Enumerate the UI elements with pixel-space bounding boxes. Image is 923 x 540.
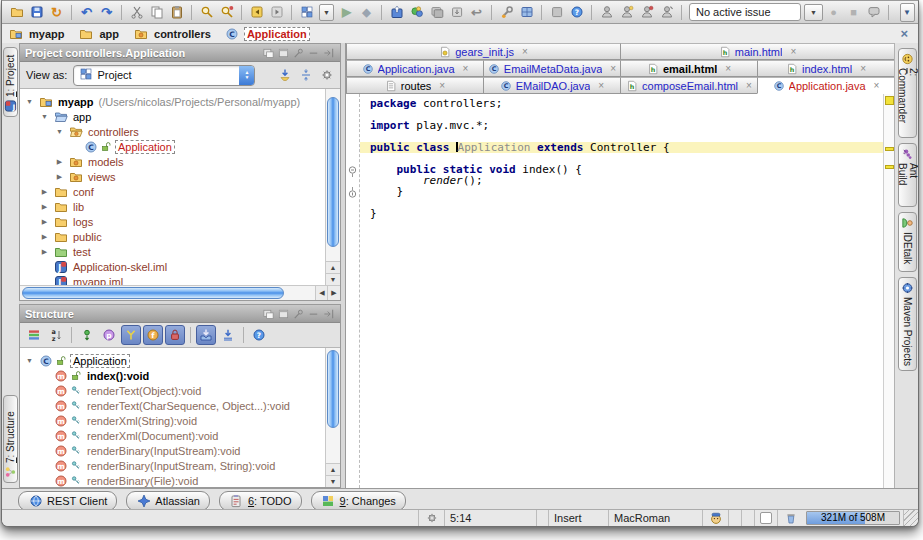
scrollbar-thumb[interactable] — [327, 350, 339, 428]
tree-expander[interactable]: ▶ — [54, 173, 65, 181]
autoscroll-to-source-button[interactable] — [196, 325, 216, 345]
breadcrumb-item-app[interactable]: app — [78, 26, 121, 41]
toolwindow-button-atlassian[interactable]: Atlassian — [126, 491, 210, 511]
scrollbar-thumb[interactable] — [327, 97, 339, 247]
structure-tree-item-rendertext-object-void[interactable]: mrenderText(Object):void — [20, 383, 340, 398]
update-button[interactable] — [447, 3, 466, 22]
undo-button[interactable]: ↶ — [77, 3, 96, 22]
project-tree-item-test[interactable]: ▶test — [20, 244, 340, 259]
paste-button[interactable] — [167, 3, 186, 22]
project-float-window-button[interactable] — [262, 46, 275, 59]
find-button[interactable] — [197, 3, 216, 22]
view-as-select[interactable]: Project ▲▼ — [73, 65, 255, 86]
editor-tab-gears-init-js[interactable]: gears_init.js× — [346, 43, 621, 60]
structure-tree-item-renderxml-document-void[interactable]: mrenderXml(Document):void — [20, 428, 340, 443]
error-stripe-mark-1[interactable] — [885, 96, 894, 105]
project-structure-button[interactable] — [517, 3, 536, 22]
insert-mode-indicator[interactable]: Insert — [548, 510, 608, 526]
scroll-down-arrow[interactable]: ▼ — [326, 273, 340, 285]
editor-tab-email-html[interactable]: hemail.html× — [620, 60, 758, 77]
editor-tab-emailmetadata-java[interactable]: CEmailMetaData.java× — [483, 60, 621, 77]
tab-close-icon[interactable]: × — [874, 80, 880, 91]
tab-close-icon[interactable]: × — [610, 63, 616, 74]
tree-expander[interactable]: ▶ — [54, 158, 65, 166]
build-button[interactable] — [407, 3, 426, 22]
tab-close-icon[interactable]: × — [790, 46, 796, 57]
fold-marker-open[interactable] — [348, 163, 357, 181]
person-star-button[interactable] — [617, 3, 636, 22]
breadcrumb-item-myapp[interactable]: myapp — [8, 26, 66, 41]
export-button[interactable] — [387, 3, 406, 22]
structure-tree-item-renderbinary-inputstream-string-void[interactable]: mrenderBinary(InputStream, String):void — [20, 458, 340, 473]
structure-minimize-button[interactable] — [307, 307, 320, 320]
close-icon[interactable]: × — [896, 27, 912, 40]
show-inherited-members-button[interactable] — [121, 325, 141, 345]
commit-button[interactable] — [427, 3, 446, 22]
project-tree-item-application[interactable]: CApplication — [20, 139, 340, 154]
project-tree-item-views[interactable]: ▶views — [20, 169, 340, 184]
project-tree-item-myapp-iml[interactable]: Jmyapp.iml — [20, 274, 340, 285]
open-folder-button[interactable] — [7, 3, 26, 22]
project-minimize-button[interactable] — [307, 46, 320, 59]
project-settings-gear-button[interactable] — [319, 68, 334, 83]
run-config-grid-button[interactable] — [297, 3, 316, 22]
feedback-bubble-button[interactable] — [864, 3, 883, 22]
breadcrumb-item-controllers[interactable]: controllers — [133, 26, 213, 41]
active-issue-dropdown-button[interactable]: ▼ — [804, 3, 823, 22]
help-button[interactable]: ? — [249, 325, 269, 345]
resize-grip[interactable] — [903, 510, 918, 526]
select-stepper[interactable]: ▲▼ — [239, 66, 254, 85]
show-properties-button[interactable]: p — [99, 325, 119, 345]
settings-wrench-button[interactable] — [497, 3, 516, 22]
run-button[interactable]: ▶ — [337, 3, 356, 22]
project-tree-item-application-skel-iml[interactable]: JApplication-skel.iml — [20, 259, 340, 274]
find-usages-button[interactable] — [217, 3, 236, 22]
file-encoding-indicator[interactable]: MacRoman — [608, 510, 702, 526]
editor-tab-emaildao-java[interactable]: CEMailDAO.java× — [483, 77, 621, 94]
toolwindow-tab-maven-projects[interactable]: Maven Projects — [898, 277, 917, 371]
project-window-mode-button[interactable] — [277, 46, 290, 59]
save-all-button[interactable] — [547, 3, 566, 22]
toolwindow-button-rest-client[interactable]: REST Client — [18, 491, 117, 511]
error-stripe-mark-3[interactable] — [885, 165, 894, 169]
structure-tree-item-rendertext-charsequence-object-void[interactable]: mrenderText(CharSequence, Object...):voi… — [20, 398, 340, 413]
idetalk-status-cell[interactable] — [702, 510, 728, 526]
prev-occurrence-button[interactable] — [247, 3, 266, 22]
tree-expander[interactable]: ▼ — [54, 128, 65, 135]
tree-expander[interactable]: ▶ — [39, 233, 50, 241]
status-gear-cell[interactable] — [418, 510, 444, 526]
editor-tab-routes[interactable]: routes× — [346, 77, 484, 94]
tree-expander[interactable]: ▼ — [24, 98, 35, 105]
memory-indicator[interactable]: 321M of 508M — [806, 511, 900, 525]
record-gray-button[interactable]: ● — [824, 3, 843, 22]
project-hide-panel-button[interactable] — [322, 46, 335, 59]
tree-expander[interactable]: ▶ — [39, 248, 50, 256]
structure-tree-item-application[interactable]: ▼CApplication — [20, 353, 340, 368]
project-pin-button[interactable] — [292, 46, 305, 59]
project-tree-item-controllers[interactable]: ▼controllers — [20, 124, 340, 139]
toolwindow-tab-idetalk[interactable]: IDEtalk — [898, 212, 917, 272]
project-collapse-all-button[interactable] — [298, 68, 313, 83]
tab-close-icon[interactable]: × — [598, 80, 604, 91]
stop-gray-button[interactable]: ■ — [844, 3, 863, 22]
project-tree-item-public[interactable]: ▶public — [20, 229, 340, 244]
tree-expander[interactable]: ▶ — [39, 218, 50, 226]
project-scroll-from-source-button[interactable] — [277, 68, 292, 83]
project-tree-item-models[interactable]: ▶models — [20, 154, 340, 169]
save-button[interactable] — [27, 3, 46, 22]
fold-marker-end[interactable] — [348, 185, 357, 203]
redo-button[interactable]: ↷ — [97, 3, 116, 22]
project-tree-item-app[interactable]: ▼app — [20, 109, 340, 124]
scrollbar-thumb[interactable] — [22, 287, 284, 299]
scroll-up-arrow[interactable]: ▲ — [326, 261, 340, 273]
status-checkbox-cell[interactable] — [754, 510, 777, 526]
checkbox[interactable] — [760, 512, 772, 524]
help-button[interactable]: ? — [567, 3, 586, 22]
structure-tree-item-renderbinary-file-void[interactable]: mrenderBinary(File):void — [20, 473, 340, 487]
sort-by-visibility-button[interactable] — [24, 325, 44, 345]
caret-position[interactable]: 5:14 — [444, 510, 536, 526]
toolwindow-tab-7-structure[interactable]: 7: Structure — [3, 395, 18, 483]
structure-tree-item-renderbinary-inputstream-void[interactable]: mrenderBinary(InputStream):void — [20, 443, 340, 458]
tab-close-icon[interactable]: × — [439, 80, 445, 91]
editor-tab-index-html[interactable]: hindex.html× — [757, 60, 895, 77]
